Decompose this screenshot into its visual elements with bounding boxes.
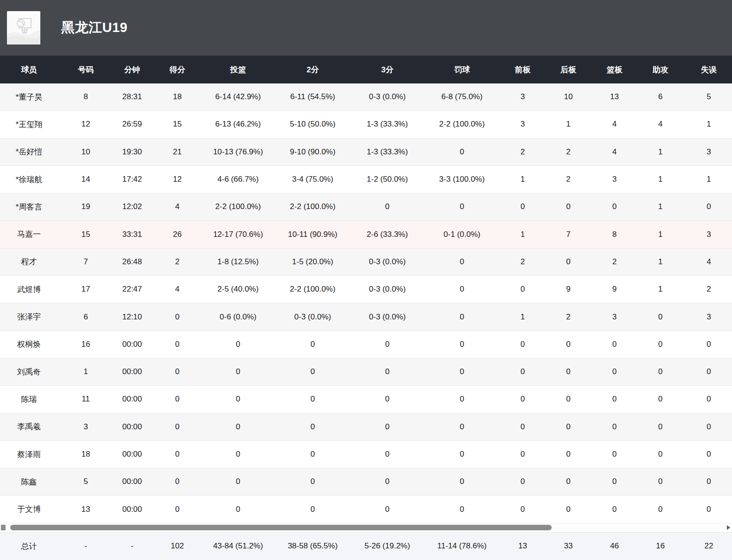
stat-cell-p2: 1-5 (20.0%)	[272, 257, 353, 267]
stat-cell-fg: 10-13 (76.9%)	[204, 147, 272, 157]
stat-cell-oreb: 0	[503, 202, 543, 211]
table-row: 陈鑫500:000000000000	[0, 468, 732, 496]
stat-cell-reb: 0	[594, 477, 635, 486]
stat-cell-dreb: 0	[543, 477, 594, 486]
stat-cell-points: 0	[151, 422, 204, 432]
stat-cell-oreb: 0	[503, 422, 543, 432]
stat-cell-number: 6	[58, 312, 114, 322]
stat-cell-p3: 0	[353, 340, 421, 349]
stat-cell-oreb: 2	[503, 147, 543, 157]
stat-cell-ft: 0	[421, 367, 503, 376]
stat-cell-fg: 1-8 (12.5%)	[204, 257, 272, 267]
stat-cell-dreb: 1	[543, 120, 594, 129]
stat-cell-ast: 1	[635, 147, 686, 157]
stat-cell-p2: 0	[272, 367, 353, 376]
stat-cell-reb: 0	[594, 422, 635, 432]
stat-cell-oreb: 0	[503, 340, 543, 349]
stat-cell-fg: 6-14 (42.9%)	[204, 92, 272, 102]
stat-cell-reb: 0	[594, 202, 635, 211]
stat-cell-dreb: 0	[543, 340, 594, 349]
player-name-cell: 于文博	[0, 504, 58, 515]
scroll-left-button-icon[interactable]	[1, 525, 6, 530]
table-row: *徐瑞航1417:42124-6 (66.7%)3-4 (75.0%)1-2 (…	[0, 166, 732, 193]
totals-stat-cell-to: 22	[686, 541, 732, 551]
stat-cell-to: 0	[686, 367, 732, 376]
stat-cell-fg: 0	[204, 505, 272, 514]
stat-cell-fg: 0	[204, 340, 272, 349]
stat-cell-reb: 0	[594, 340, 635, 349]
stat-cell-dreb: 7	[543, 230, 594, 239]
stat-cell-points: 0	[151, 505, 204, 514]
stat-cell-p2: 0	[272, 450, 353, 459]
stat-cell-dreb: 0	[543, 367, 594, 376]
player-name-cell: 李禹羲	[0, 421, 58, 432]
column-header: 球员	[0, 64, 58, 75]
totals-stat-cell-ft: 11-14 (78.6%)	[421, 541, 503, 551]
stat-cell-number: 11	[58, 395, 114, 404]
stat-cell-p3: 0	[353, 422, 421, 432]
stat-cell-fg: 2-2 (100.0%)	[204, 202, 272, 211]
stat-cell-number: 18	[58, 450, 114, 459]
table-row: *周客言1912:0242-2 (100.0%)2-2 (100.0%)0000…	[0, 193, 732, 221]
player-name-cell: 张泽宇	[0, 312, 58, 322]
stat-cell-points: 4	[151, 285, 204, 294]
table-row: 蔡泽雨1800:000000000000	[0, 441, 732, 468]
player-name-cell: *岳好愷	[0, 146, 58, 157]
stat-cell-dreb: 0	[543, 505, 594, 514]
stat-cell-oreb: 1	[503, 312, 543, 322]
stat-cell-dreb: 0	[543, 450, 594, 459]
stat-cell-p3: 0	[353, 450, 421, 459]
stat-cell-p2: 10-11 (90.9%)	[272, 230, 353, 239]
stat-cell-ast: 0	[635, 367, 686, 376]
stat-cell-ft: 0	[421, 202, 503, 211]
stat-cell-p2: 2-2 (100.0%)	[272, 202, 353, 211]
stat-cell-fg: 0	[204, 450, 272, 459]
stat-cell-points: 0	[151, 450, 204, 459]
stat-cell-number: 8	[58, 92, 114, 102]
totals-label-cell: 总计	[0, 541, 58, 552]
column-header: 后板	[543, 64, 594, 75]
stat-cell-minutes: 12:02	[114, 202, 151, 211]
table-row: 陈瑞1100:000000000000	[0, 386, 732, 413]
table-body: *董子昊828:31186-14 (42.9%)6-11 (54.5%)0-3 …	[0, 83, 732, 523]
stat-cell-p2: 0	[272, 505, 353, 514]
player-name-cell: 权桐焕	[0, 339, 58, 350]
stat-cell-p2: 6-11 (54.5%)	[272, 92, 353, 102]
stat-cell-minutes: 00:00	[114, 477, 151, 486]
stat-cell-ast: 0	[635, 312, 686, 322]
stat-cell-minutes: 28:31	[114, 92, 151, 102]
stat-cell-ft: 0-1 (0.0%)	[421, 230, 503, 239]
column-header: 2分	[272, 64, 353, 75]
stat-cell-reb: 13	[594, 92, 635, 102]
stat-cell-reb: 0	[594, 505, 635, 514]
stat-cell-dreb: 0	[543, 202, 594, 211]
stat-cell-ast: 0	[635, 505, 686, 514]
page-title: 黑龙江U19	[61, 19, 127, 37]
stat-cell-points: 0	[151, 395, 204, 404]
stat-cell-fg: 12-17 (70.6%)	[204, 230, 272, 239]
stat-cell-reb: 4	[594, 147, 635, 157]
stat-cell-p2: 5-10 (50.0%)	[272, 120, 353, 129]
horizontal-scrollbar[interactable]	[0, 523, 732, 532]
player-name-cell: 蔡泽雨	[0, 449, 58, 460]
column-header: 得分	[151, 64, 204, 75]
stat-cell-oreb: 0	[503, 285, 543, 294]
scroll-right-arrow-icon[interactable]	[727, 525, 730, 530]
stat-cell-p2: 9-10 (90.0%)	[272, 147, 353, 157]
stat-cell-reb: 3	[594, 312, 635, 322]
stat-cell-minutes: 12:10	[114, 312, 151, 322]
stat-cell-ft: 6-8 (75.0%)	[421, 92, 503, 102]
stat-cell-minutes: 00:00	[114, 367, 151, 376]
scrollbar-thumb[interactable]	[10, 525, 552, 530]
player-name-cell: 刘禹奇	[0, 367, 58, 377]
stat-cell-minutes: 17:42	[114, 175, 151, 184]
stat-cell-oreb: 1	[503, 230, 543, 239]
stat-cell-to: 0	[686, 422, 732, 432]
totals-stat-cell-fg: 43-84 (51.2%)	[204, 541, 272, 551]
stat-cell-minutes: 22:47	[114, 285, 151, 294]
player-name-cell: *徐瑞航	[0, 174, 58, 185]
stat-cell-number: 17	[58, 285, 114, 294]
totals-stat-cell-dreb: 33	[543, 541, 594, 551]
stat-cell-points: 0	[151, 367, 204, 376]
stat-cell-minutes: 00:00	[114, 450, 151, 459]
